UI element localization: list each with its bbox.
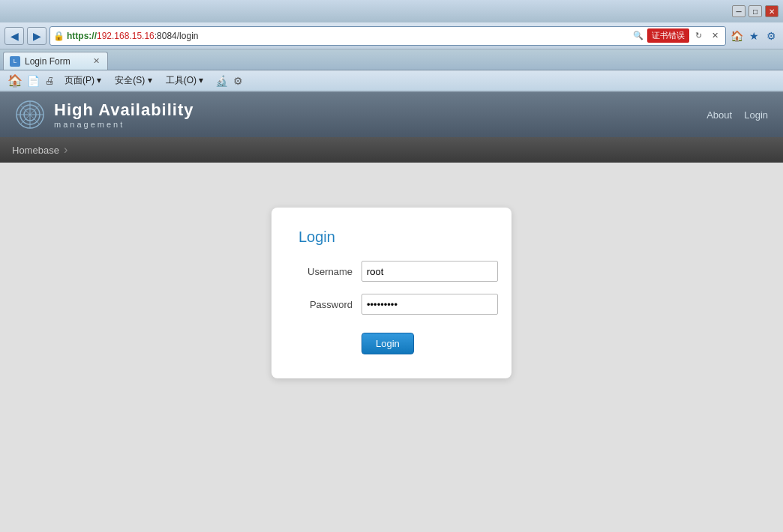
security-menu[interactable]: 安全(S) ▾ [109,72,158,89]
browser-viewport: High Availability management About Login… [0,92,783,532]
logo-icon [15,100,45,130]
login-link[interactable]: Login [744,109,768,121]
tab-close-button[interactable]: ✕ [91,56,101,67]
forward-button[interactable]: ▶ [27,27,46,45]
rss-icon[interactable]: 📄 [26,73,40,88]
print-icon[interactable]: 🖨 [42,73,57,88]
login-button-row: Login [298,327,484,354]
main-content: Login Username Password Login [0,163,783,532]
minimize-button[interactable]: ─ [732,5,746,17]
settings-icon[interactable]: ⚙ [764,28,778,43]
menu-bar: 🏠 📄 🖨 页面(P) ▾ 安全(S) ▾ 工具(O) ▾ 🔬 ⚙ [0,70,783,91]
page-menu[interactable]: 页面(P) ▾ [58,72,107,89]
home-icon[interactable]: 🏠 [729,28,744,43]
breadcrumb-bar: Homebase › [0,137,783,163]
login-card-title: Login [298,229,484,246]
tabs-bar: L Login Form ✕ [0,49,783,70]
app-header: High Availability management About Login [0,92,783,137]
password-row: Password [298,294,484,315]
title-bar: ─ □ ✕ [0,0,783,22]
tab-label: Login Form [25,56,70,67]
about-link[interactable]: About [706,109,732,121]
password-label: Password [298,299,352,310]
app-subtitle: management [54,120,194,129]
cert-error-badge: 证书错误 [647,28,689,43]
maximize-button[interactable]: □ [748,5,762,17]
tab-favicon: L [10,56,20,67]
login-button[interactable]: Login [362,333,414,354]
favorites-icon[interactable]: ★ [746,28,761,43]
logo-area: High Availability management [15,100,194,130]
home-menu-icon[interactable]: 🏠 [6,72,24,90]
security-icon: 🔒 [53,31,64,41]
login-card: Login Username Password Login [272,208,512,378]
nav-bar: ◀ ▶ 🔒 https://192.168.15.16:8084/login 🔍… [0,22,783,49]
back-button[interactable]: ◀ [4,27,24,45]
username-input[interactable] [362,261,498,282]
app-title-group: High Availability management [54,100,194,129]
browser-icons: 🏠 ★ ⚙ [729,28,778,43]
search-button[interactable]: 🔍 [631,28,646,43]
active-tab[interactable]: L Login Form ✕ [3,52,108,70]
breadcrumb-separator: › [64,143,68,157]
breadcrumb-home[interactable]: Homebase [12,145,59,156]
username-label: Username [298,266,352,277]
gear2-icon[interactable]: ⚙ [230,73,245,88]
address-actions: 🔍 证书错误 ↻ ✕ [631,28,722,43]
tools-menu[interactable]: 工具(O) ▾ [160,72,210,89]
header-nav: About Login [706,109,768,121]
app-title: High Availability [54,100,194,120]
close-button[interactable]: ✕ [765,5,778,17]
address-bar[interactable]: 🔒 https://192.168.15.16:8084/login 🔍 证书错… [50,26,726,46]
browser-chrome: ─ □ ✕ ◀ ▶ 🔒 https://192.168.15.16:8084/l… [0,0,783,92]
address-text: https://192.168.15.16:8084/login [67,31,628,41]
password-input[interactable] [362,294,498,315]
refresh-button[interactable]: ↻ [691,28,706,43]
username-row: Username [298,261,484,282]
stop-button[interactable]: ✕ [707,28,722,43]
research-icon[interactable]: 🔬 [214,73,229,88]
